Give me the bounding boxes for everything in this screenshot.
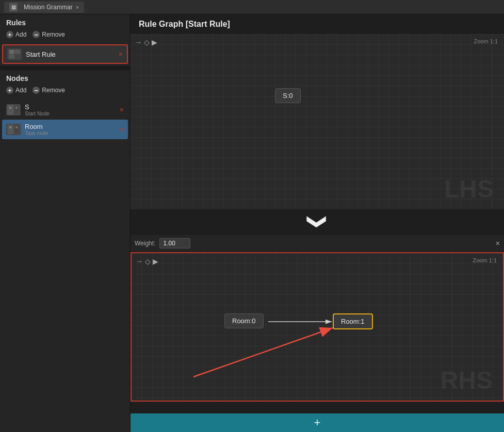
- node-room-name: Room: [25, 123, 48, 130]
- node-s-sub: Start Node: [25, 111, 50, 117]
- separator-row: ❯: [131, 209, 504, 235]
- lhs-node-s0[interactable]: S:0: [275, 88, 301, 103]
- svg-rect-1: [15, 50, 20, 54]
- node-item-s[interactable]: S Start Node ×: [2, 100, 128, 120]
- nodes-actions: + Add − Remove: [0, 85, 130, 98]
- lhs-diamond-icon[interactable]: ◇: [144, 38, 150, 46]
- lhs-grid: [131, 34, 504, 209]
- node-s-remove-button[interactable]: ×: [120, 106, 124, 114]
- lhs-play-icon[interactable]: ▶: [152, 38, 157, 46]
- svg-point-9: [9, 126, 11, 128]
- rules-remove-button[interactable]: − Remove: [32, 31, 65, 38]
- rule-item-name: Start Rule: [26, 51, 56, 58]
- tab-icon: ▦: [9, 3, 18, 11]
- rules-actions: + Add − Remove: [0, 29, 130, 42]
- rhs-arrow-icon[interactable]: →: [136, 257, 143, 265]
- nodes-add-button[interactable]: + Add: [6, 87, 26, 94]
- svg-point-10: [15, 126, 18, 128]
- svg-rect-8: [14, 125, 19, 134]
- rhs-node-room0[interactable]: Room:0: [224, 313, 264, 328]
- bottom-add-button[interactable]: +: [131, 413, 504, 432]
- nodes-add-icon: +: [6, 87, 13, 94]
- rhs-diamond-icon[interactable]: ◇: [145, 257, 151, 265]
- chevron-down-icon: ❯: [308, 214, 327, 230]
- svg-rect-3: [8, 105, 13, 114]
- rhs-graph-canvas[interactable]: → ◇ ▶ Zoom 1:1 Room:0 Room:1: [131, 252, 504, 402]
- rules-add-icon: +: [6, 31, 13, 38]
- rules-add-label: Add: [15, 31, 26, 38]
- lhs-toolbar: → ◇ ▶: [135, 38, 157, 46]
- rules-list: Start Rule ×: [0, 42, 130, 66]
- rules-remove-label: Remove: [42, 31, 65, 38]
- title-bar: ▦ Mission Grammar ×: [0, 0, 504, 14]
- tab-close-button[interactable]: ×: [76, 4, 79, 10]
- svg-point-6: [15, 107, 18, 109]
- svg-rect-7: [8, 125, 13, 134]
- node-room-sub: Task node: [25, 130, 48, 136]
- sidebar-divider: [0, 66, 130, 70]
- rule-item-start[interactable]: Start Rule ×: [2, 44, 128, 64]
- rules-section: Rules + Add − Remove: [0, 14, 130, 66]
- lhs-graph-canvas[interactable]: → ◇ ▶ Zoom 1:1 S:0 LHS: [131, 34, 504, 209]
- rule-graph-title: Rule Graph [Start Rule]: [131, 14, 504, 34]
- node-item-s-text: S Start Node: [25, 103, 50, 117]
- weight-close-button[interactable]: ×: [496, 239, 500, 247]
- rhs-toolbar: → ◇ ▶: [136, 257, 158, 265]
- node-item-room-text: Room Task node: [25, 123, 48, 136]
- nodes-remove-label: Remove: [42, 87, 65, 94]
- node-item-s-icon: [6, 104, 21, 115]
- weight-input[interactable]: [159, 238, 190, 248]
- rhs-zoom-label: Zoom 1:1: [473, 257, 497, 263]
- nodes-section: Nodes + Add − Remove: [0, 70, 130, 432]
- title-bar-tab[interactable]: ▦ Mission Grammar ×: [4, 2, 84, 13]
- content-area: Rule Graph [Start Rule] → ◇ ▶ Zoom 1:1 S…: [131, 14, 504, 432]
- sidebar: Rules + Add − Remove: [0, 14, 131, 432]
- rules-header: Rules: [0, 14, 130, 29]
- weight-label: Weight:: [135, 240, 155, 247]
- lhs-zoom-label: Zoom 1:1: [474, 38, 498, 44]
- svg-rect-0: [9, 50, 14, 54]
- lhs-arrow-icon[interactable]: →: [135, 38, 142, 46]
- rules-remove-icon: −: [32, 31, 40, 38]
- rule-item-remove-button[interactable]: ×: [119, 50, 123, 58]
- nodes-header: Nodes: [0, 70, 130, 85]
- node-item-room-icon: [6, 124, 21, 135]
- main-container: Rules + Add − Remove: [0, 14, 504, 432]
- rhs-grid: [132, 253, 503, 401]
- weight-bar: Weight: ×: [131, 235, 504, 252]
- nodes-add-label: Add: [15, 87, 26, 94]
- rhs-play-icon[interactable]: ▶: [153, 257, 158, 265]
- tab-label: Mission Grammar: [24, 4, 73, 11]
- nodes-remove-icon: −: [32, 87, 40, 94]
- bottom-add-icon: +: [314, 416, 321, 429]
- svg-rect-4: [14, 105, 19, 114]
- node-item-room[interactable]: Room Task node ×: [2, 120, 128, 139]
- nodes-remove-button[interactable]: − Remove: [32, 87, 65, 94]
- node-s-name: S: [25, 103, 50, 111]
- rules-add-button[interactable]: + Add: [6, 31, 26, 38]
- rule-item-icon: [7, 48, 22, 60]
- svg-point-5: [9, 107, 11, 109]
- node-room-remove-button[interactable]: ×: [120, 125, 124, 134]
- rhs-node-room1[interactable]: Room:1: [333, 313, 373, 329]
- svg-rect-2: [9, 55, 14, 58]
- nodes-list: S Start Node × Roo: [0, 98, 130, 432]
